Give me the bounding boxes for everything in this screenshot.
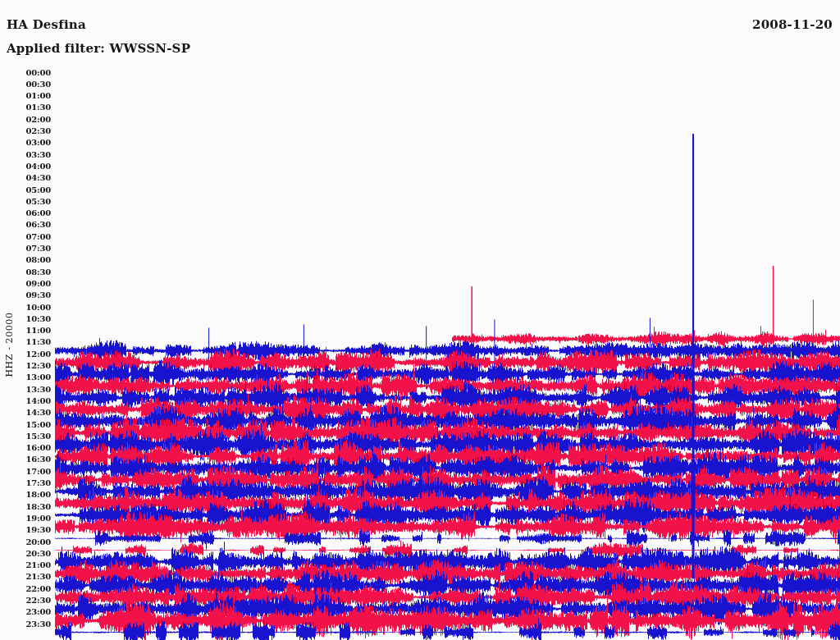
time-label: 05:30 [0,197,51,206]
time-label: 06:00 [0,208,51,217]
time-label: 14:30 [0,408,51,417]
time-label: 02:30 [0,126,51,135]
time-label: 00:00 [0,68,51,77]
time-label: 18:30 [0,502,51,511]
time-label: 07:30 [0,244,51,253]
time-label: 12:30 [0,361,51,370]
time-label: 05:00 [0,185,51,194]
time-label: 03:00 [0,138,51,147]
time-label: 11:00 [0,326,51,335]
time-label: 18:00 [0,490,51,499]
time-label: 22:30 [0,596,51,605]
time-label: 15:30 [0,432,51,441]
time-label: 23:30 [0,619,51,629]
time-label: 17:00 [0,467,51,476]
time-label: 15:00 [0,420,51,429]
time-label: 07:00 [0,232,51,241]
time-label: 16:00 [0,443,51,452]
time-label: 10:30 [0,314,51,323]
time-label: 19:30 [0,525,51,534]
time-label: 01:30 [0,103,51,112]
time-label: 16:30 [0,455,51,464]
time-label: 17:30 [0,478,51,487]
time-label: 23:00 [0,607,51,616]
helicorder-canvas [0,0,840,640]
time-label: 04:30 [0,173,51,182]
time-label: 09:30 [0,290,51,299]
time-label: 08:30 [0,267,51,277]
time-label: 22:00 [0,584,51,593]
time-label: 06:30 [0,220,51,229]
time-label: 13:30 [0,385,51,394]
time-label: 21:00 [0,560,51,569]
date-label: 2008-11-20 [752,17,833,32]
time-label: 04:00 [0,162,51,171]
time-label: 00:30 [0,80,51,89]
time-label: 20:00 [0,537,51,546]
helicorder-page: HA Desfina 2008-11-20 Applied filter: WW… [0,0,840,640]
filter-label: Applied filter: WWSSN-SP [7,41,190,56]
time-label: 09:00 [0,279,51,288]
time-label: 14:00 [0,396,51,405]
time-label: 20:30 [0,549,51,558]
station-title: HA Desfina [7,17,86,32]
time-label: 01:00 [0,91,51,100]
time-label: 13:00 [0,373,51,382]
time-label: 21:30 [0,572,51,581]
time-label: 03:30 [0,150,51,159]
time-label: 12:00 [0,350,51,359]
time-label: 19:00 [0,514,51,523]
time-label: 02:00 [0,115,51,124]
time-label: 08:00 [0,255,51,264]
time-label: 11:30 [0,337,51,346]
time-label: 10:00 [0,303,51,312]
